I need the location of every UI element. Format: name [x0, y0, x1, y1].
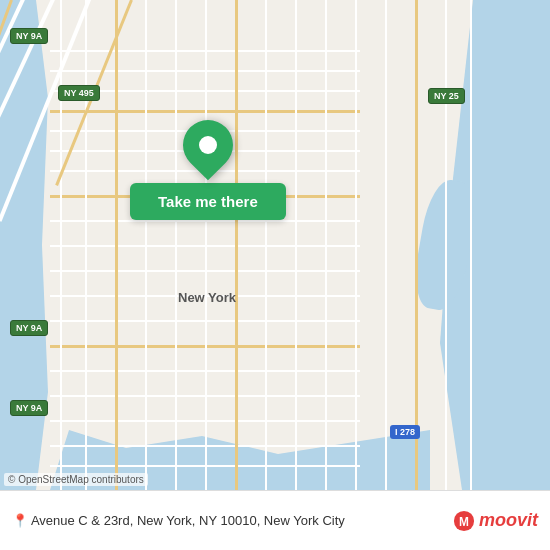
highway-badge-ny9a-3: NY 9A	[10, 400, 48, 416]
road	[295, 0, 297, 490]
road	[265, 0, 267, 490]
highway-badge-i278: I 278	[390, 425, 420, 439]
road	[415, 0, 418, 490]
moovit-logo: M moovit	[453, 510, 538, 532]
moovit-icon: M	[453, 510, 475, 532]
location-pin-inner	[199, 136, 217, 154]
address-text: 📍 Avenue C & 23rd, New York, NY 10010, N…	[12, 513, 453, 528]
road	[445, 0, 447, 490]
road	[470, 0, 472, 490]
road	[325, 0, 327, 490]
bottom-bar: 📍 Avenue C & 23rd, New York, NY 10010, N…	[0, 490, 550, 550]
map-copyright: © OpenStreetMap contributors	[4, 473, 148, 486]
city-label: New York	[178, 290, 236, 305]
road	[235, 0, 238, 490]
pin-emoji: 📍	[12, 513, 28, 528]
road	[175, 0, 177, 490]
road	[355, 0, 357, 490]
svg-text:M: M	[459, 514, 469, 528]
highway-badge-ny495: NY 495	[58, 85, 100, 101]
take-me-there-container: Take me there	[130, 120, 286, 220]
map-container: NY 9A NY 9A NY 9A NY 495 NY 25 I 278 New…	[0, 0, 550, 490]
moovit-text: moovit	[479, 510, 538, 531]
take-me-there-button[interactable]: Take me there	[130, 183, 286, 220]
road	[205, 0, 207, 490]
address-label: Avenue C & 23rd, New York, NY 10010, New…	[31, 513, 345, 528]
highway-badge-ny9a-1: NY 9A	[10, 28, 48, 44]
road	[385, 0, 387, 490]
highway-badge-ny25: NY 25	[428, 88, 465, 104]
road	[85, 0, 87, 490]
location-pin	[173, 110, 244, 181]
road	[115, 0, 118, 490]
road	[145, 0, 147, 490]
highway-badge-ny9a-2: NY 9A	[10, 320, 48, 336]
